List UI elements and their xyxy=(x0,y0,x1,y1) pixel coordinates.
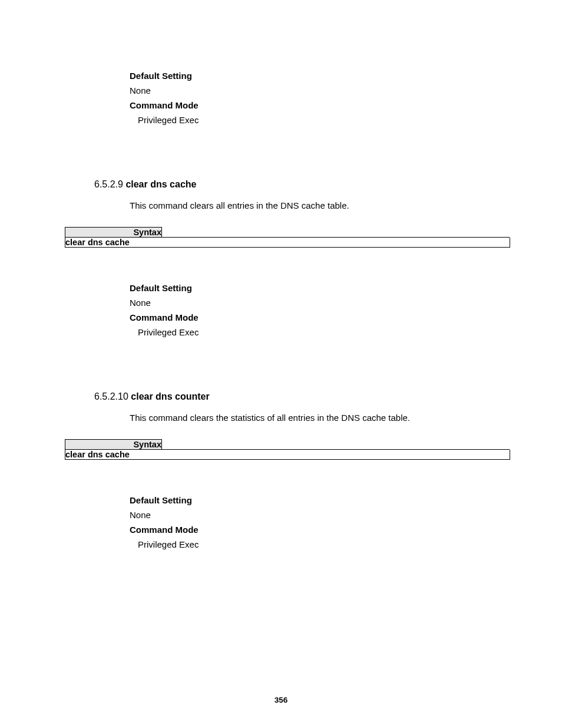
default-setting-value: None xyxy=(130,510,506,520)
command-mode-label: Command Mode xyxy=(130,100,506,110)
default-setting-value: None xyxy=(130,85,506,95)
syntax-body-cell: clear dns cache xyxy=(65,450,510,460)
default-command-block-section1: Default Setting None Command Mode Privil… xyxy=(130,283,506,337)
section-title: clear dns cache xyxy=(125,179,196,189)
page-number: 356 xyxy=(0,696,562,704)
command-mode-value: Privileged Exec xyxy=(138,327,506,337)
command-mode-value: Privileged Exec xyxy=(138,539,506,549)
section-heading-clear-dns-cache: 6.5.2.9 clear dns cache xyxy=(94,179,506,190)
command-mode-label: Command Mode xyxy=(130,312,506,322)
syntax-table-wrapper: Syntax clear dns cache xyxy=(65,439,506,460)
syntax-table: Syntax clear dns cache xyxy=(65,439,510,460)
command-mode-label: Command Mode xyxy=(130,525,506,535)
default-setting-label: Default Setting xyxy=(130,71,506,81)
default-command-block-top: Default Setting None Command Mode Privil… xyxy=(130,71,506,125)
section-heading-clear-dns-counter: 6.5.2.10 clear dns counter xyxy=(94,391,506,402)
syntax-table: Syntax clear dns cache xyxy=(65,227,510,248)
section-title: clear dns counter xyxy=(131,391,209,401)
default-setting-label: Default Setting xyxy=(130,283,506,293)
command-mode-value: Privileged Exec xyxy=(138,115,506,125)
default-command-block-section2: Default Setting None Command Mode Privil… xyxy=(130,495,506,549)
syntax-blank-cell xyxy=(162,440,510,450)
section-description: This command clears all entries in the D… xyxy=(130,200,506,210)
syntax-label-cell: Syntax xyxy=(65,228,162,238)
syntax-label-cell: Syntax xyxy=(65,440,162,450)
syntax-body-cell: clear dns cache xyxy=(65,238,510,248)
default-setting-value: None xyxy=(130,298,506,308)
default-setting-label: Default Setting xyxy=(130,495,506,505)
syntax-blank-cell xyxy=(162,228,510,238)
section-number: 6.5.2.9 xyxy=(94,179,125,189)
section-description: This command clears the statistics of al… xyxy=(130,413,506,423)
syntax-table-wrapper: Syntax clear dns cache xyxy=(65,227,506,248)
section-number: 6.5.2.10 xyxy=(94,391,131,401)
